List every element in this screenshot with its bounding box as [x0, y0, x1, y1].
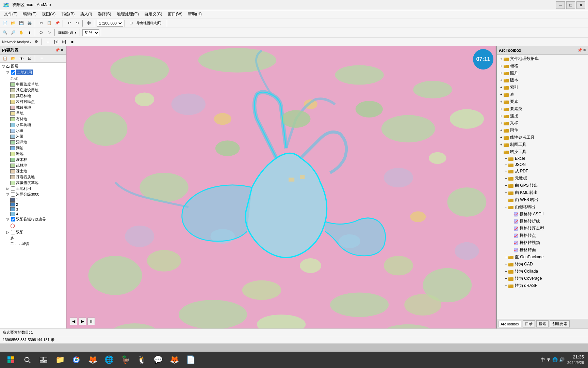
cut-button[interactable]: ✂: [37, 19, 45, 27]
toc-list-by-drawing[interactable]: 📋: [1, 55, 9, 62]
network-icon[interactable]: 🌐: [552, 357, 558, 362]
toolbox-item-元数据[interactable]: +元数据: [497, 175, 587, 182]
toolbox-item-栅格转折线[interactable]: 栅格转折线: [497, 218, 587, 225]
admin-checkbox[interactable]: [11, 217, 15, 221]
toolbox-dock-button[interactable]: 📌: [577, 48, 582, 52]
map-nav-pause[interactable]: ⏸: [87, 318, 95, 325]
chrome-button[interactable]: [69, 353, 83, 367]
mic-icon[interactable]: 🎙: [546, 357, 551, 362]
toolbox-item-制图工具[interactable]: +制图工具: [497, 141, 587, 148]
toc-landuse-group[interactable]: ▽ 土地利用: [1, 69, 65, 76]
open-button[interactable]: 📂: [10, 19, 17, 27]
export-button[interactable]: 导出地图样式(E)...: [135, 19, 165, 27]
expand-shuangyang[interactable]: ▷: [5, 230, 10, 235]
clock-taskbar[interactable]: 21:35 2024/9/26: [567, 354, 584, 366]
expand-landuse[interactable]: ▽: [5, 70, 10, 75]
app3-button[interactable]: 🌐: [102, 353, 116, 367]
na-tool2[interactable]: |◁: [52, 38, 60, 46]
app5-button[interactable]: 🦊: [167, 353, 181, 367]
menu-item-G[interactable]: 地理处理(G): [114, 11, 142, 18]
toc-list-by-source[interactable]: 📂: [10, 55, 17, 62]
menu-item-F[interactable]: 文件(F): [1, 11, 20, 18]
pan-button[interactable]: ✋: [18, 29, 25, 36]
landuse-checkbox[interactable]: [11, 70, 15, 75]
toc-town[interactable]: 二．．城镇: [1, 241, 65, 247]
qq-button[interactable]: 🐧: [135, 353, 148, 367]
toolbox-tab-ArcToolbox[interactable]: ArcToolbox: [498, 321, 521, 327]
menu-item-B[interactable]: 书签(B): [58, 11, 77, 18]
zoom-in-button[interactable]: 🔍: [1, 29, 9, 36]
toolbox-item-Excel[interactable]: +Excel: [497, 155, 587, 162]
explorer-button[interactable]: 📁: [53, 353, 67, 367]
toolbox-item-至-GeoPackage[interactable]: +至 GeoPackage: [497, 254, 587, 261]
menu-item-C[interactable]: 自定义(C): [142, 11, 165, 18]
toolbox-tab-搜索[interactable]: 搜索: [536, 320, 549, 327]
toolbox-tab-目录[interactable]: 目录: [523, 320, 535, 327]
toolbox-item-由栅格转出[interactable]: -由栅格转出: [497, 203, 587, 211]
toolbox-item-采样[interactable]: +采样: [497, 120, 587, 127]
toolbox-item-由-KML-转出[interactable]: +由 KML 转出: [497, 189, 587, 196]
map-area[interactable]: ◀ ▶ ⏸ 07:11: [66, 46, 496, 328]
select-button[interactable]: ⬡: [37, 29, 45, 36]
landuse2-checkbox[interactable]: [11, 186, 15, 191]
map-nav-forward[interactable]: ▶: [79, 318, 86, 325]
maximize-button[interactable]: □: [566, 1, 575, 9]
start-button[interactable]: [4, 353, 18, 367]
toolbox-item-从-PDF[interactable]: +从 PDF: [497, 168, 587, 175]
shuangyang-checkbox[interactable]: [11, 230, 15, 234]
toc-landuse2[interactable]: ▷ 土地利用: [1, 186, 65, 191]
firefox-button[interactable]: 🦊: [86, 353, 99, 367]
toc-options-button[interactable]: ⋯: [37, 55, 45, 62]
search-taskbar-button[interactable]: [20, 353, 34, 367]
menu-item-W[interactable]: 窗口(W): [165, 11, 185, 18]
toc-admin[interactable]: ▽ 双阳县域行政边界: [1, 216, 65, 222]
volume-icon[interactable]: 🔊: [559, 357, 565, 362]
menu-item-S[interactable]: 选择(S): [95, 11, 114, 18]
toc-river-net[interactable]: ▽ 河网分级3000: [1, 191, 65, 197]
toolbox-item-JSON[interactable]: +JSON: [497, 162, 587, 168]
map-nav-back[interactable]: ◀: [70, 318, 77, 325]
toolbox-item-文件地理数据库[interactable]: +文件地理数据库: [497, 55, 587, 62]
expand-layers[interactable]: ▽: [1, 64, 6, 69]
identify-button[interactable]: ℹ: [26, 29, 33, 36]
toolbox-item-表[interactable]: +表: [497, 91, 587, 98]
toolbox-item-由-GPS-转出[interactable]: +由 GPS 转出: [497, 182, 587, 189]
na-tool3[interactable]: ▷|: [61, 38, 68, 46]
paste-button[interactable]: 📌: [54, 19, 61, 27]
menu-item-V[interactable]: 视图(V): [39, 11, 58, 18]
toc-list-by-visibility[interactable]: 👁: [18, 55, 25, 62]
new-button[interactable]: 📄: [1, 19, 9, 27]
toolbox-item-附件[interactable]: +附件: [497, 127, 587, 134]
close-button[interactable]: ✕: [576, 1, 585, 9]
river-checkbox[interactable]: [11, 192, 15, 197]
toc-close-button[interactable]: ✕: [61, 48, 64, 52]
menu-item-I[interactable]: 插入(I): [77, 11, 95, 18]
zoom-out-button[interactable]: 🔎: [10, 29, 17, 36]
toc-layers-root[interactable]: ▽ 🗂 图层: [1, 63, 65, 69]
na-settings-button[interactable]: ⚙: [33, 38, 40, 46]
editor-dropdown[interactable]: 编辑器(S) ▼: [57, 29, 78, 36]
wechat-button[interactable]: 💬: [151, 353, 165, 367]
toolbox-item-转为-dRASF[interactable]: +转为 dRASF: [497, 282, 587, 289]
menu-item-E[interactable]: 编辑(E): [20, 11, 39, 18]
app4-button[interactable]: 🦆: [118, 353, 132, 367]
toolbox-item-栅格转点[interactable]: 栅格转点: [497, 232, 587, 239]
zoom-combo[interactable]: 51%: [82, 29, 99, 36]
toolbox-item-连接[interactable]: +连接: [497, 112, 587, 120]
menu-item-H[interactable]: 帮助(H): [185, 11, 205, 18]
toolbox-close-button[interactable]: ✕: [583, 48, 586, 52]
toolbox-item-由-WFS-转出[interactable]: +由 WFS 转出: [497, 196, 587, 203]
keyboard-icon[interactable]: 中: [541, 357, 545, 363]
toolbox-item-转为-Coverage[interactable]: +转为 Coverage: [497, 275, 587, 282]
toolbox-tab-创建要素[interactable]: 创建要素: [550, 320, 570, 327]
toolbox-item-栅格转浮点型[interactable]: 栅格转浮点型: [497, 225, 587, 232]
toolbox-item-要素[interactable]: +要素: [497, 98, 587, 105]
expand-river[interactable]: ▽: [5, 192, 10, 197]
toc-list-by-selection[interactable]: ☑: [26, 55, 33, 62]
save-button[interactable]: 💾: [18, 19, 25, 27]
toolbox-item-版本[interactable]: +版本: [497, 77, 587, 84]
toolbox-item-要素类[interactable]: +要素类: [497, 105, 587, 112]
na-tool1[interactable]: ←: [44, 38, 52, 46]
taskview-button[interactable]: [37, 353, 50, 367]
na-tool4[interactable]: ■: [69, 38, 76, 46]
